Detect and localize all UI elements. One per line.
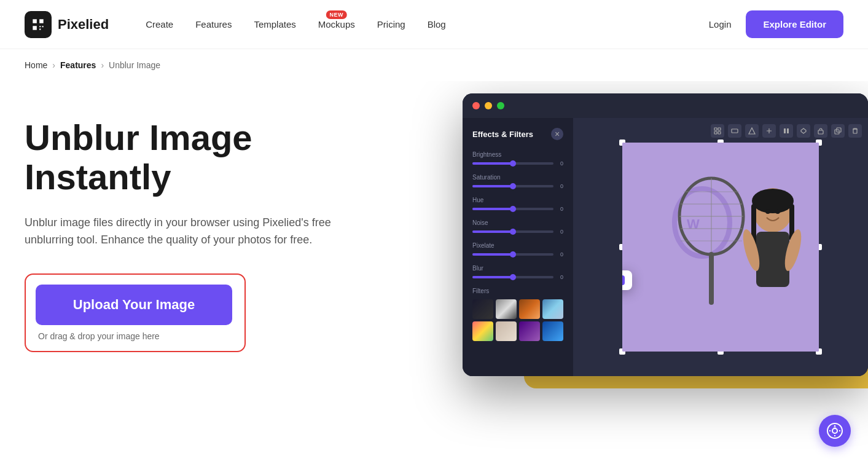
- toolbar-icon-delete[interactable]: [848, 124, 862, 138]
- slider-label-4: Pixelate: [472, 242, 563, 249]
- svg-rect-4: [732, 129, 738, 133]
- hero-left: Unblur Image Instantly Unblur image file…: [25, 100, 356, 352]
- slider-track-1[interactable]: [472, 185, 553, 187]
- svg-marker-5: [749, 128, 755, 134]
- help-button[interactable]: [819, 415, 851, 447]
- filter-purple[interactable]: [519, 321, 540, 341]
- filter-dark[interactable]: [472, 299, 493, 319]
- canvas-area: W: [573, 118, 868, 376]
- toolbar-icon-4[interactable]: [762, 124, 776, 138]
- svg-rect-8: [784, 128, 786, 133]
- slider-thumb-1[interactable]: [510, 183, 516, 189]
- slider-track-0[interactable]: [472, 162, 553, 165]
- slider-val-1: 0: [557, 183, 563, 189]
- slider-row-3: 0: [472, 229, 563, 235]
- slider-track-3[interactable]: [472, 230, 553, 233]
- toolbar-icon-3[interactable]: [745, 124, 759, 138]
- slider-val-2: 0: [557, 206, 563, 212]
- upload-area: Upload Your Image Or drag & drop your im…: [25, 273, 246, 352]
- nav-mockups[interactable]: Mockups NEW: [318, 19, 355, 29]
- slider-group-pixelate: Pixelate 0: [472, 242, 563, 258]
- slider-row-5: 0: [472, 274, 563, 280]
- explore-editor-button[interactable]: Explore Editor: [746, 10, 843, 38]
- slider-track-2[interactable]: [472, 208, 553, 210]
- panel-header: Effects & Filters: [472, 128, 563, 140]
- editor-window: Effects & Filters Brightness 0 Saturatio…: [463, 93, 868, 376]
- panel-title: Effects & Filters: [472, 130, 533, 139]
- window-dot-yellow: [485, 102, 492, 109]
- svg-rect-11: [818, 130, 823, 134]
- filter-cool[interactable]: [542, 299, 563, 319]
- svg-text:W: W: [687, 216, 700, 232]
- hero-title: Unblur Image Instantly: [25, 118, 356, 197]
- toolbar-icon-2[interactable]: [728, 124, 741, 138]
- toolbar-icons: [711, 124, 862, 138]
- slider-track-4[interactable]: [472, 253, 553, 256]
- hero-description: Unblur image files directly in your brow…: [25, 214, 332, 250]
- toolbar-icon-lock[interactable]: [814, 124, 827, 138]
- slider-track-5[interactable]: [472, 276, 553, 278]
- filter-warm[interactable]: [519, 299, 540, 319]
- login-link[interactable]: Login: [709, 19, 732, 29]
- slider-row-0: 0: [472, 160, 563, 167]
- filter-fade[interactable]: [496, 321, 517, 341]
- slider-group-noise: Noise 0: [472, 219, 563, 235]
- slider-val-3: 0: [557, 229, 563, 235]
- slider-thumb-2[interactable]: [510, 206, 516, 212]
- nav-blog[interactable]: Blog: [428, 19, 446, 29]
- slider-row-4: 0: [472, 251, 563, 258]
- upload-button[interactable]: Upload Your Image: [36, 285, 232, 325]
- slider-thumb-0[interactable]: [510, 160, 516, 167]
- icon-1-svg: [714, 127, 721, 135]
- slider-group-saturation: Saturation 0: [472, 174, 563, 189]
- nav-create[interactable]: Create: [146, 19, 173, 29]
- sharpen-value: 8: [622, 275, 625, 285]
- effects-panel: Effects & Filters Brightness 0 Saturatio…: [463, 118, 573, 376]
- navbar: Pixelied Create Features Templates Mocku…: [0, 0, 868, 49]
- sharpen-tooltip: Sharpen 8: [622, 270, 632, 290]
- svg-rect-0: [714, 128, 717, 130]
- filter-blue[interactable]: [542, 321, 563, 341]
- svg-rect-14: [853, 129, 857, 133]
- slider-group-hue: Hue 0: [472, 197, 563, 212]
- logo-icon: [25, 11, 52, 38]
- svg-rect-1: [718, 128, 721, 130]
- nav-pricing[interactable]: Pricing: [377, 19, 405, 29]
- editor-mockup-wrapper: Effects & Filters Brightness 0 Saturatio…: [463, 93, 868, 376]
- filter-vivid[interactable]: [472, 321, 493, 341]
- icon-2-svg: [731, 127, 738, 135]
- filters-grid: [472, 299, 563, 341]
- slider-label-1: Saturation: [472, 174, 563, 181]
- svg-rect-30: [756, 232, 789, 287]
- logo[interactable]: Pixelied: [25, 11, 109, 38]
- breadcrumb-features[interactable]: Features: [60, 60, 96, 70]
- nav-templates[interactable]: Templates: [254, 19, 295, 29]
- svg-rect-9: [787, 128, 789, 133]
- svg-point-41: [832, 428, 837, 433]
- slider-fill-2: [472, 208, 513, 210]
- slider-label-0: Brightness: [472, 151, 563, 158]
- slider-thumb-4[interactable]: [510, 251, 516, 258]
- toolbar-icon-copy[interactable]: [831, 124, 845, 138]
- canvas-photo: W: [622, 143, 819, 352]
- nav-features[interactable]: Features: [195, 19, 232, 29]
- delete-icon: [851, 127, 859, 135]
- filter-bw[interactable]: [496, 299, 517, 319]
- toolbar-icon-5[interactable]: [780, 124, 793, 138]
- panel-close-button[interactable]: [551, 128, 563, 140]
- slider-fill-3: [472, 230, 513, 233]
- main-content: Unblur Image Instantly Unblur image file…: [0, 81, 868, 464]
- svg-point-34: [775, 209, 780, 214]
- toolbar-icon-1[interactable]: [711, 124, 724, 138]
- breadcrumb-sep-1: ›: [52, 60, 55, 70]
- breadcrumb-home[interactable]: Home: [25, 60, 47, 70]
- filters-label: Filters: [472, 288, 563, 294]
- slider-thumb-3[interactable]: [510, 229, 516, 235]
- svg-rect-3: [718, 132, 721, 134]
- slider-thumb-5[interactable]: [510, 274, 516, 280]
- window-dot-red: [472, 102, 480, 109]
- slider-val-4: 0: [557, 251, 563, 258]
- slider-fill-4: [472, 253, 513, 256]
- slider-group-brightness: Brightness 0: [472, 151, 563, 167]
- toolbar-icon-6[interactable]: [797, 124, 810, 138]
